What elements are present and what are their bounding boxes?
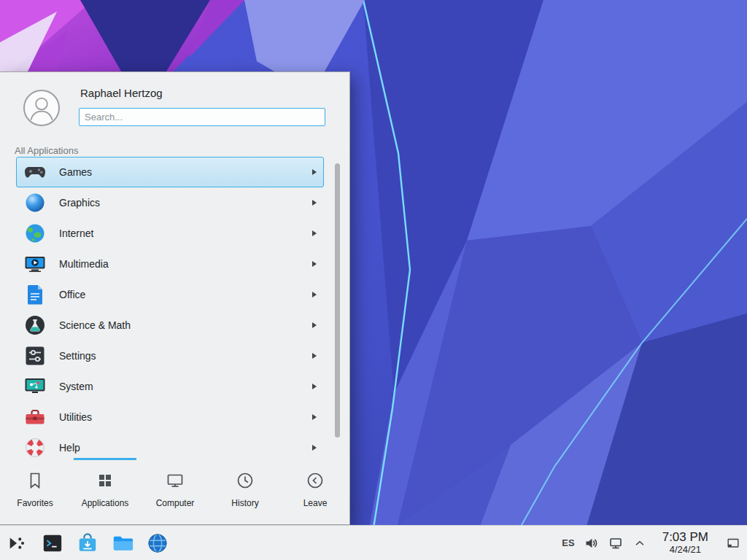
multimedia-icon — [23, 252, 47, 276]
system-tray: ES 7:03 PM 4/24/21 — [562, 529, 743, 558]
show-desktop-button[interactable] — [724, 529, 743, 558]
volume-icon[interactable] — [584, 536, 599, 551]
expand-tray-caret-icon[interactable] — [632, 536, 647, 551]
flask-icon — [23, 314, 47, 337]
gamepad-icon — [23, 160, 47, 184]
grid-icon — [96, 471, 115, 493]
tab-favorites[interactable]: Favorites — [0, 460, 70, 524]
clock-icon — [236, 471, 255, 493]
category-office[interactable]: Office — [16, 279, 324, 310]
software-center-icon — [77, 532, 98, 554]
scrollbar[interactable] — [335, 163, 340, 438]
category-games[interactable]: Games — [16, 157, 324, 187]
submenu-arrow-icon — [312, 445, 317, 451]
category-label: Internet — [59, 228, 93, 239]
category-label: Science & Math — [59, 319, 131, 331]
category-label: System — [59, 381, 93, 392]
tab-computer[interactable]: Computer — [140, 460, 210, 524]
category-label: Games — [59, 166, 92, 178]
terminal-button[interactable] — [41, 532, 64, 555]
category-label: Settings — [59, 350, 96, 362]
user-icon — [25, 91, 58, 125]
category-label: Office — [59, 289, 85, 300]
web-browser-icon — [147, 532, 169, 554]
taskbar-panel: ES 7:03 PM 4/24/21 — [0, 525, 747, 560]
clock-date: 4/24/21 — [662, 545, 708, 556]
launcher-tab-bar: Favorites Applications Computer History — [0, 460, 350, 524]
section-title: All Applications — [15, 145, 78, 156]
category-label: Graphics — [59, 197, 100, 209]
category-utilities[interactable]: Utilities — [16, 402, 324, 432]
submenu-arrow-icon — [312, 261, 317, 267]
category-multimedia[interactable]: Multimedia — [16, 249, 324, 279]
category-graphics[interactable]: Graphics — [16, 187, 324, 218]
taskbar-launchers — [6, 532, 169, 555]
tab-history[interactable]: History — [210, 460, 280, 524]
submenu-arrow-icon — [312, 384, 317, 389]
sphere-icon — [23, 191, 47, 214]
category-science-math[interactable]: Science & Math — [16, 310, 324, 341]
submenu-arrow-icon — [312, 353, 317, 359]
keyboard-layout-indicator[interactable]: ES — [562, 537, 574, 548]
tab-leave[interactable]: Leave — [280, 460, 350, 524]
category-label: Utilities — [59, 411, 92, 423]
clock-time: 7:03 PM — [662, 530, 708, 545]
computer-icon — [166, 471, 185, 493]
submenu-arrow-icon — [312, 169, 317, 175]
file-manager-icon — [112, 532, 133, 554]
bookmark-icon — [26, 471, 44, 493]
user-avatar[interactable] — [23, 90, 60, 126]
tab-label: Leave — [303, 498, 328, 508]
show-desktop-icon — [726, 536, 740, 551]
app-launcher-button[interactable] — [6, 532, 29, 555]
globe-icon — [23, 222, 47, 245]
search-input[interactable] — [79, 108, 325, 126]
leave-icon — [306, 471, 325, 493]
category-label: Help — [59, 442, 80, 454]
user-name: Raphael Hertzog — [80, 87, 163, 99]
submenu-arrow-icon — [312, 414, 317, 420]
web-browser-button[interactable] — [146, 532, 169, 555]
category-list: Games Graphics Internet — [0, 157, 350, 459]
software-center-button[interactable] — [76, 532, 99, 555]
submenu-arrow-icon — [312, 230, 317, 236]
lifering-icon — [23, 436, 47, 459]
terminal-icon — [42, 532, 63, 554]
category-help[interactable]: Help — [16, 432, 324, 459]
tab-label: History — [231, 498, 258, 508]
tab-label: Computer — [156, 498, 195, 508]
network-icon[interactable] — [608, 536, 623, 551]
document-icon — [23, 283, 47, 306]
app-launcher-icon — [7, 532, 28, 554]
tab-label: Favorites — [17, 498, 53, 508]
application-launcher-menu: Raphael Hertzog All Applications Games G… — [0, 71, 350, 525]
clock-widget[interactable]: 7:03 PM 4/24/21 — [657, 530, 714, 555]
submenu-arrow-icon — [312, 322, 317, 328]
submenu-arrow-icon — [312, 200, 317, 206]
desktop: Raphael Hertzog All Applications Games G… — [0, 0, 747, 560]
submenu-arrow-icon — [312, 292, 317, 298]
category-label: Multimedia — [59, 258, 109, 270]
category-settings[interactable]: Settings — [16, 341, 324, 371]
file-manager-button[interactable] — [111, 532, 134, 555]
monitor-icon — [23, 375, 47, 398]
category-internet[interactable]: Internet — [16, 218, 324, 249]
sliders-icon — [23, 344, 47, 368]
category-system[interactable]: System — [16, 371, 324, 402]
toolbox-icon — [23, 405, 47, 429]
tab-applications[interactable]: Applications — [70, 460, 140, 524]
tab-label: Applications — [82, 498, 129, 508]
